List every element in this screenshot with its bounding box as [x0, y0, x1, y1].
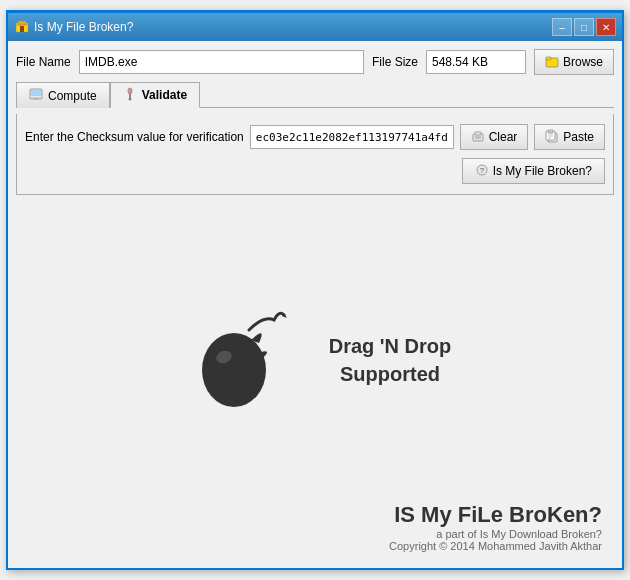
checksum-label: Enter the Checksum value for verificatio…	[25, 130, 244, 144]
file-size-input[interactable]	[426, 50, 526, 74]
svg-rect-1	[18, 21, 26, 25]
drag-drop-area: Drag 'N Drop Supported	[16, 201, 614, 488]
clear-button[interactable]: Clear	[460, 124, 529, 150]
main-content: File Name File Size Browse	[8, 41, 622, 568]
svg-rect-5	[546, 57, 551, 60]
verify-label: Is My File Broken?	[493, 164, 592, 178]
file-size-label: File Size	[372, 55, 418, 69]
clear-icon	[471, 129, 485, 146]
close-button[interactable]: ✕	[596, 18, 616, 36]
title-controls: – □ ✕	[552, 18, 616, 36]
app-window: Is My File Broken? – □ ✕ File Name File …	[6, 10, 624, 570]
checksum-input[interactable]	[250, 125, 454, 149]
svg-rect-20	[548, 130, 553, 133]
footer-app-title: IS My FiLe BroKen?	[394, 502, 602, 528]
file-name-label: File Name	[16, 55, 71, 69]
window-title: Is My File Broken?	[34, 20, 133, 34]
drag-drop-text: Drag 'N Drop Supported	[329, 332, 452, 388]
maximize-button[interactable]: □	[574, 18, 594, 36]
file-name-input[interactable]	[79, 50, 364, 74]
tab-compute-label: Compute	[48, 89, 97, 103]
browse-button[interactable]: Browse	[534, 49, 614, 75]
bomb-icon	[179, 305, 299, 415]
drag-text-line1: Drag 'N Drop	[329, 335, 452, 357]
paste-icon	[545, 129, 559, 146]
svg-point-27	[202, 333, 266, 407]
tab-validate[interactable]: Validate	[110, 82, 200, 108]
tab-compute[interactable]: Compute	[16, 82, 110, 108]
tab-validate-label: Validate	[142, 88, 187, 102]
svg-rect-9	[34, 98, 38, 99]
drag-text-line2: Supported	[340, 363, 440, 385]
paste-label: Paste	[563, 130, 594, 144]
title-bar: Is My File Broken? – □ ✕	[8, 13, 622, 41]
tab-bar: Compute Validate	[16, 81, 614, 108]
validate-icon	[123, 87, 137, 104]
verify-button[interactable]: ? Is My File Broken?	[462, 158, 605, 184]
compute-icon	[29, 87, 43, 104]
svg-point-12	[128, 97, 131, 100]
browse-label: Browse	[563, 55, 603, 69]
verify-row: ? Is My File Broken?	[25, 158, 605, 184]
validate-panel: Enter the Checksum value for verificatio…	[16, 114, 614, 195]
paste-button[interactable]: Paste	[534, 124, 605, 150]
title-bar-left: Is My File Broken?	[14, 19, 133, 35]
clear-label: Clear	[489, 130, 518, 144]
svg-rect-7	[31, 90, 41, 96]
checksum-row: Enter the Checksum value for verificatio…	[25, 124, 605, 150]
verify-icon: ?	[475, 163, 489, 180]
svg-text:?: ?	[479, 166, 484, 175]
drag-drop-row: Drag 'N Drop Supported	[179, 305, 452, 415]
footer: IS My FiLe BroKen? a part of Is My Downl…	[16, 494, 614, 560]
svg-rect-14	[475, 132, 481, 135]
footer-copyright: Copyright © 2014 Mohammed Javith Akthar	[389, 540, 602, 552]
minimize-button[interactable]: –	[552, 18, 572, 36]
browse-icon	[545, 54, 559, 71]
svg-rect-3	[20, 26, 24, 32]
app-icon	[14, 19, 30, 35]
footer-sub-text: a part of Is My Download Broken?	[436, 528, 602, 540]
file-info-row: File Name File Size Browse	[16, 49, 614, 75]
